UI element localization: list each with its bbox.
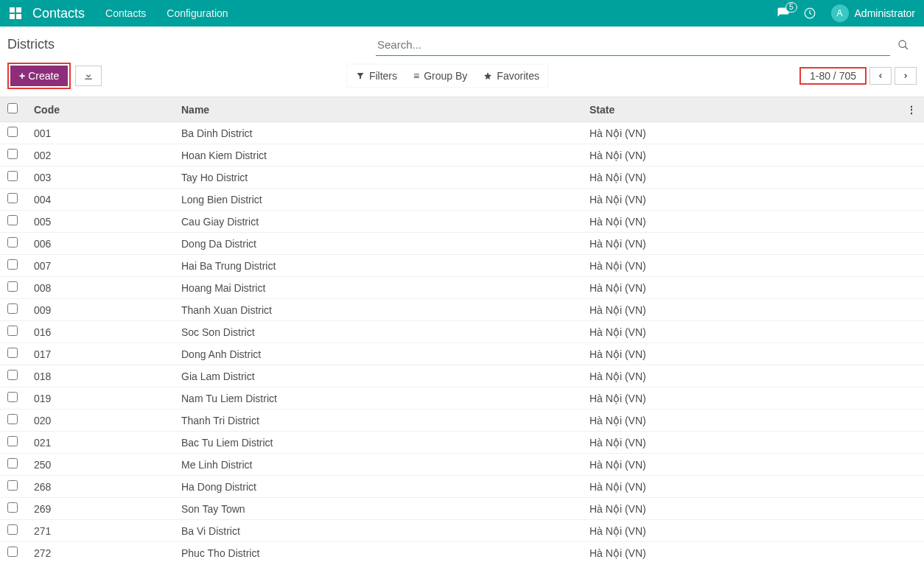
row-checkbox[interactable] xyxy=(7,414,18,424)
cell-code: 001 xyxy=(27,122,174,144)
table-row[interactable]: 269Son Tay TownHà Nội (VN) xyxy=(0,498,924,520)
table-row[interactable]: 017Dong Anh DistrictHà Nội (VN) xyxy=(0,343,924,365)
cell-code: 021 xyxy=(27,432,174,454)
activities-icon[interactable] xyxy=(803,7,816,20)
col-header-name[interactable]: Name xyxy=(174,97,582,122)
cell-state: Hà Nội (VN) xyxy=(582,299,899,321)
action-row: + Create Filters ≡ Group By Favorites 1-… xyxy=(0,58,924,96)
filter-toolbar: Filters ≡ Group By Favorites xyxy=(346,63,549,88)
cell-state: Hà Nội (VN) xyxy=(582,454,899,476)
table-row[interactable]: 005Cau Giay DistrictHà Nội (VN) xyxy=(0,211,924,233)
cell-name: Dong Anh District xyxy=(174,343,582,365)
table-row[interactable]: 009Thanh Xuan DistrictHà Nội (VN) xyxy=(0,299,924,321)
col-header-state[interactable]: State xyxy=(582,97,899,122)
table-row[interactable]: 020Thanh Tri DistrictHà Nội (VN) xyxy=(0,410,924,432)
table-row[interactable]: 007Hai Ba Trung DistrictHà Nội (VN) xyxy=(0,255,924,277)
cell-state: Hà Nội (VN) xyxy=(582,122,899,144)
nav-item-contacts[interactable]: Contacts xyxy=(105,7,146,19)
row-checkbox[interactable] xyxy=(7,171,18,181)
create-button[interactable]: + Create xyxy=(10,66,68,86)
table-row[interactable]: 008Hoang Mai DistrictHà Nội (VN) xyxy=(0,277,924,299)
cell-state: Hà Nội (VN) xyxy=(582,365,899,387)
search-button[interactable] xyxy=(890,35,912,55)
cell-state: Hà Nội (VN) xyxy=(582,476,899,498)
cell-empty xyxy=(899,520,924,542)
cell-name: Ba Vi District xyxy=(174,520,582,542)
svg-point-5 xyxy=(899,41,906,47)
row-checkbox[interactable] xyxy=(7,370,18,380)
export-button[interactable] xyxy=(75,66,102,86)
filters-button[interactable]: Filters xyxy=(348,65,405,87)
table-row[interactable]: 271Ba Vi DistrictHà Nội (VN) xyxy=(0,520,924,542)
table-row[interactable]: 006Dong Da DistrictHà Nội (VN) xyxy=(0,233,924,255)
row-checkbox[interactable] xyxy=(7,281,18,292)
row-checkbox[interactable] xyxy=(7,547,18,557)
row-checkbox[interactable] xyxy=(7,127,18,137)
table-row[interactable]: 019Nam Tu Liem DistrictHà Nội (VN) xyxy=(0,387,924,410)
row-checkbox[interactable] xyxy=(7,193,18,203)
col-header-code[interactable]: Code xyxy=(27,97,174,122)
row-checkbox[interactable] xyxy=(7,326,18,336)
svg-rect-0 xyxy=(10,7,15,13)
pager-text[interactable]: 1-80 / 705 xyxy=(802,66,864,85)
highlight-pager: 1-80 / 705 xyxy=(799,67,867,85)
row-checkbox[interactable] xyxy=(7,392,18,402)
cell-empty xyxy=(899,166,924,189)
table-row[interactable]: 016Soc Son DistrictHà Nội (VN) xyxy=(0,321,924,343)
nav-item-configuration[interactable]: Configuration xyxy=(167,7,228,19)
table-row[interactable]: 021Bac Tu Liem DistrictHà Nội (VN) xyxy=(0,432,924,454)
groupby-label: Group By xyxy=(424,70,467,82)
svg-rect-3 xyxy=(16,14,21,19)
cell-empty xyxy=(899,277,924,299)
cell-code: 018 xyxy=(27,365,174,387)
table-row[interactable]: 001Ba Dinh DistrictHà Nội (VN) xyxy=(0,122,924,144)
table-row[interactable]: 002Hoan Kiem DistrictHà Nội (VN) xyxy=(0,144,924,166)
cell-name: Gia Lam District xyxy=(174,365,582,387)
col-options[interactable]: ⋮ xyxy=(899,97,924,122)
row-checkbox[interactable] xyxy=(7,524,18,535)
table-row[interactable]: 018Gia Lam DistrictHà Nội (VN) xyxy=(0,365,924,387)
apps-icon[interactable] xyxy=(9,7,22,20)
row-checkbox[interactable] xyxy=(7,348,18,358)
row-checkbox[interactable] xyxy=(7,149,18,159)
search-input[interactable] xyxy=(376,34,890,56)
user-menu[interactable]: A Administrator xyxy=(831,4,915,22)
select-all-checkbox[interactable] xyxy=(7,103,18,113)
filters-label: Filters xyxy=(369,70,397,82)
cell-state: Hà Nội (VN) xyxy=(582,321,899,343)
row-checkbox[interactable] xyxy=(7,303,18,314)
table-row[interactable]: 004Long Bien DistrictHà Nội (VN) xyxy=(0,189,924,211)
cell-code: 250 xyxy=(27,454,174,476)
table-header-row: Code Name State ⋮ xyxy=(0,97,924,122)
nav-brand[interactable]: Contacts xyxy=(32,6,85,21)
groupby-button[interactable]: ≡ Group By xyxy=(405,65,475,87)
row-checkbox[interactable] xyxy=(7,215,18,225)
cell-name: Tay Ho District xyxy=(174,166,582,189)
row-checkbox[interactable] xyxy=(7,237,18,247)
pager-next[interactable] xyxy=(895,67,917,85)
cell-state: Hà Nội (VN) xyxy=(582,498,899,520)
row-checkbox[interactable] xyxy=(7,436,18,446)
cell-state: Hà Nội (VN) xyxy=(582,255,899,277)
messages-icon[interactable]: 5 xyxy=(777,7,790,20)
cell-empty xyxy=(899,365,924,387)
row-checkbox[interactable] xyxy=(7,502,18,513)
cell-code: 017 xyxy=(27,343,174,365)
svg-rect-2 xyxy=(10,14,15,19)
table-row[interactable]: 250Me Linh DistrictHà Nội (VN) xyxy=(0,454,924,476)
cell-name: Son Tay Town xyxy=(174,498,582,520)
table-row[interactable]: 268Ha Dong DistrictHà Nội (VN) xyxy=(0,476,924,498)
table-row[interactable]: 003Tay Ho DistrictHà Nội (VN) xyxy=(0,166,924,189)
cell-name: Hoan Kiem District xyxy=(174,144,582,166)
row-checkbox[interactable] xyxy=(7,259,18,270)
table-row[interactable]: 272Phuc Tho DistrictHà Nội (VN) xyxy=(0,542,924,563)
pager-prev[interactable] xyxy=(869,67,892,85)
cell-code: 269 xyxy=(27,498,174,520)
cell-empty xyxy=(899,542,924,563)
favorites-button[interactable]: Favorites xyxy=(475,65,547,87)
cell-state: Hà Nội (VN) xyxy=(582,387,899,410)
row-checkbox[interactable] xyxy=(7,480,18,491)
cell-empty xyxy=(899,498,924,520)
cell-state: Hà Nội (VN) xyxy=(582,211,899,233)
row-checkbox[interactable] xyxy=(7,458,18,468)
